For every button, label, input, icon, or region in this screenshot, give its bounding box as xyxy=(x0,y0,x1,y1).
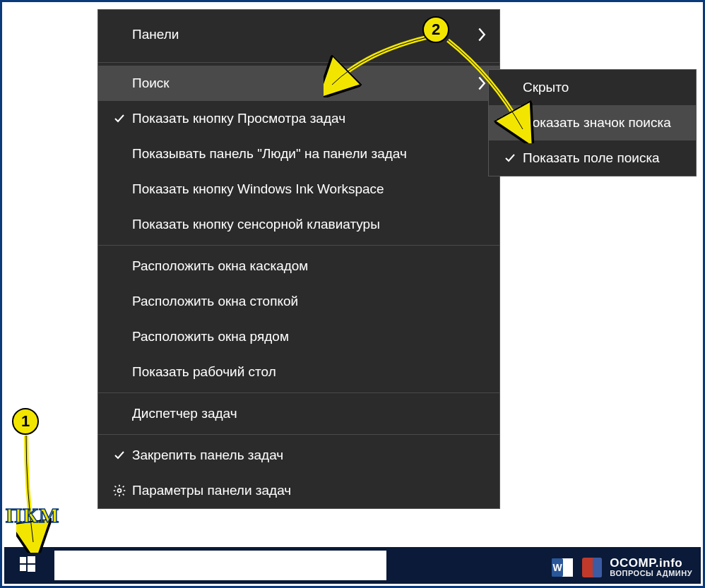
menu-label: Показать значок поиска xyxy=(523,115,683,131)
menu-item-task-view[interactable]: Показать кнопку Просмотра задач xyxy=(98,101,499,136)
menu-item-people[interactable]: Показывать панель "Люди" на панели задач xyxy=(98,136,499,172)
watermark: OCOMP.info ВОПРОСЫ АДМИНУ xyxy=(610,557,692,577)
badge-number: 1 xyxy=(21,412,30,431)
menu-item-touch-keyboard[interactable]: Показать кнопку сенсорной клавиатуры xyxy=(98,207,499,242)
menu-item-show-desktop[interactable]: Показать рабочий стол xyxy=(98,354,499,390)
svg-point-0 xyxy=(118,489,122,493)
check-icon xyxy=(497,152,523,164)
svg-rect-3 xyxy=(20,565,26,571)
check-icon xyxy=(107,449,132,462)
annotation-arrow-2a xyxy=(324,34,444,97)
svg-text:W: W xyxy=(553,562,563,573)
svg-rect-1 xyxy=(20,557,26,563)
menu-label: Расположить окна рядом xyxy=(132,329,487,344)
annotation-badge-1: 1 xyxy=(12,408,39,435)
menu-item-ink[interactable]: Показать кнопку Windows Ink Workspace xyxy=(98,172,499,207)
menu-label: Скрыто xyxy=(523,80,683,95)
svg-rect-10 xyxy=(593,558,602,577)
annotation-arrow-2b xyxy=(444,37,535,143)
menu-label: Показать кнопку сенсорной клавиатуры xyxy=(132,217,487,232)
submenu-item-show-box[interactable]: Показать поле поиска xyxy=(489,140,696,176)
annotation-pkm-label: ПКМ xyxy=(6,503,59,527)
menu-label: Показать кнопку Просмотра задач xyxy=(132,111,487,126)
watermark-line1: OCOMP.info xyxy=(610,557,692,570)
menu-label: Показать рабочий стол xyxy=(132,364,487,380)
menu-label: Параметры панели задач xyxy=(132,483,487,498)
menu-label: Закрепить панель задач xyxy=(132,448,487,463)
taskbar-right: W OCOMP.info ВОПРОСЫ АДМИНУ xyxy=(550,556,692,580)
menu-label: Расположить окна стопкой xyxy=(132,294,487,309)
menu-label: Показать кнопку Windows Ink Workspace xyxy=(132,181,487,197)
badge-number: 2 xyxy=(432,20,440,39)
menu-label: Показать поле поиска xyxy=(523,150,683,166)
separator xyxy=(98,245,499,246)
menu-label: Диспетчер задач xyxy=(132,406,487,421)
separator xyxy=(98,434,499,435)
watermark-line2: ВОПРОСЫ АДМИНУ xyxy=(610,570,692,578)
menu-label: Расположить окна каскадом xyxy=(132,258,487,274)
menu-item-taskbar-settings[interactable]: Параметры панели задач xyxy=(98,473,499,508)
svg-rect-4 xyxy=(28,565,35,572)
menu-item-task-manager[interactable]: Диспетчер задач xyxy=(98,396,499,431)
windows-logo-icon xyxy=(19,556,36,575)
menu-label: Показывать панель "Люди" на панели задач xyxy=(132,146,487,162)
annotation-arrow-1 xyxy=(16,433,52,553)
gear-icon xyxy=(107,484,132,498)
annotation-badge-2: 2 xyxy=(422,16,449,43)
taskbar-search-box[interactable] xyxy=(54,551,386,580)
menu-item-lock-taskbar[interactable]: Закрепить панель задач xyxy=(98,438,499,473)
tray-app-icon[interactable] xyxy=(580,556,604,580)
taskbar: W OCOMP.info ВОПРОСЫ АДМИНУ xyxy=(4,547,701,584)
check-icon xyxy=(107,112,132,125)
svg-rect-2 xyxy=(28,556,35,563)
menu-item-stacked[interactable]: Расположить окна стопкой xyxy=(98,284,499,319)
menu-item-cascade[interactable]: Расположить окна каскадом xyxy=(98,248,499,284)
word-app-icon[interactable]: W xyxy=(550,556,574,580)
menu-item-side-by-side[interactable]: Расположить окна рядом xyxy=(98,319,499,354)
separator xyxy=(98,392,499,393)
